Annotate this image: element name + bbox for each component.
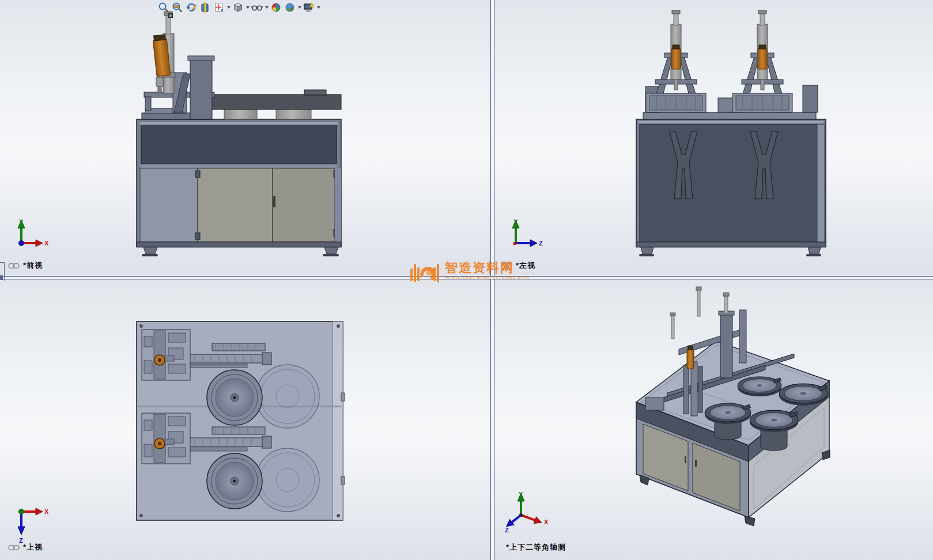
linked-view-icon (501, 263, 512, 269)
iso-axis-x-label: X (544, 519, 549, 525)
display-style-dropdown[interactable] (245, 1, 250, 14)
front-dispense-tower (142, 12, 214, 119)
cad-multiview-window: Y X *前视 (0, 0, 933, 560)
splitter-left-handle[interactable] (0, 262, 5, 281)
left-top-equipment (643, 10, 818, 119)
linked-view-icon (8, 263, 20, 269)
view-settings-dropdown[interactable] (316, 1, 321, 14)
section-view-icon[interactable] (198, 1, 212, 14)
zoom-to-fit-icon[interactable] (157, 1, 171, 14)
front-axis-up-label: Y (19, 218, 24, 225)
zoom-to-area-icon[interactable] (171, 1, 184, 14)
previous-view-icon[interactable] (184, 1, 198, 14)
viewport-left[interactable]: Y Z *左视 (494, 0, 933, 277)
view-orientation-dropdown[interactable] (226, 1, 231, 14)
hide-show-items-icon[interactable] (250, 1, 264, 14)
toolbar-overflow-marker (168, 13, 173, 18)
apply-scene-dropdown[interactable] (297, 1, 302, 14)
edit-appearance-icon[interactable] (269, 1, 283, 14)
isometric-view-label: *上下二等角轴测 (506, 542, 566, 553)
front-view-model[interactable] (0, 0, 490, 277)
viewport-front[interactable]: Y X *前视 (0, 0, 490, 277)
front-axis-right-label: X (44, 240, 49, 247)
display-style-icon[interactable] (231, 1, 245, 14)
heads-up-view-toolbar (157, 1, 321, 14)
top-view-label: *上视 (23, 542, 43, 553)
top-triad: X Z (6, 502, 50, 546)
linked-view-icon (8, 544, 20, 551)
iso-axis-up-label: Y (519, 491, 523, 498)
left-triad: Y Z (500, 218, 544, 253)
horizontal-splitter[interactable] (0, 276, 933, 279)
view-orientation-icon[interactable] (212, 1, 226, 14)
top-axis-right-label: X (44, 508, 49, 515)
front-view-label: *前视 (23, 260, 43, 271)
viewport-isometric[interactable]: Y X Z *上下二等角轴测 (494, 280, 933, 560)
hide-show-items-dropdown[interactable] (264, 1, 269, 14)
left-axis-up-label: Y (513, 218, 518, 225)
left-axis-right-label: Z (539, 240, 543, 247)
left-view-label: *左视 (516, 260, 535, 271)
iso-triad: Y X Z (503, 489, 554, 537)
top-view-model[interactable] (0, 280, 490, 560)
viewport-top[interactable]: X Z *上视 (0, 280, 490, 560)
left-cabinet (636, 119, 826, 256)
vertical-splitter[interactable] (490, 0, 494, 560)
left-view-model[interactable] (494, 0, 933, 277)
view-settings-icon[interactable] (302, 1, 316, 14)
front-cabinet (137, 119, 341, 256)
isometric-view-model[interactable] (494, 280, 933, 560)
apply-scene-icon[interactable] (283, 1, 297, 14)
front-triad: Y X (6, 218, 50, 253)
front-bowl-feeders (209, 90, 341, 119)
iso-axis-z-label: Z (505, 527, 509, 533)
